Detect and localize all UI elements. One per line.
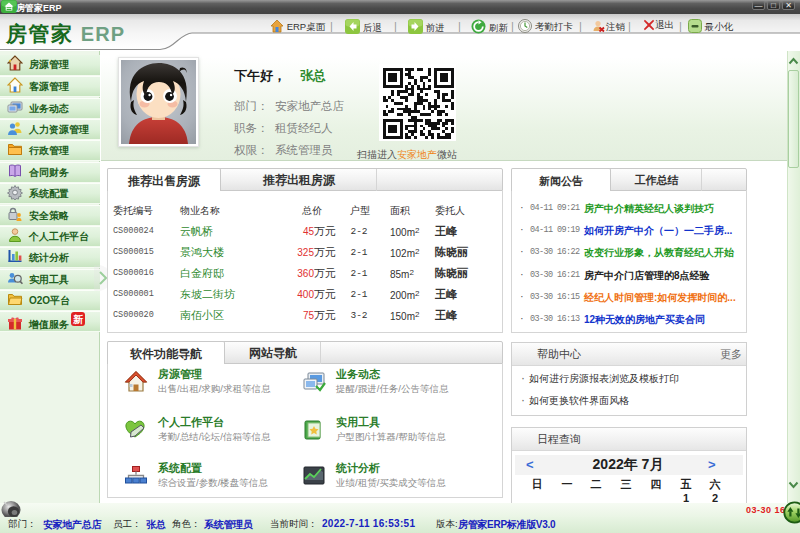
svg-text:新: 新 xyxy=(72,314,84,325)
